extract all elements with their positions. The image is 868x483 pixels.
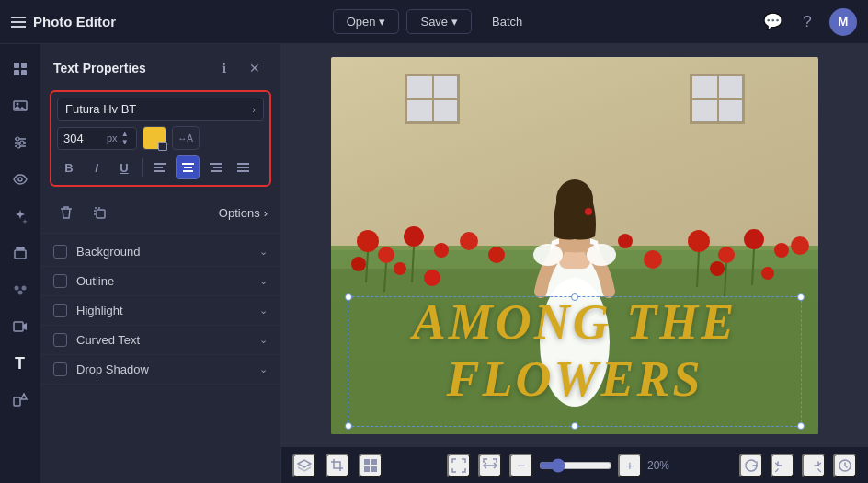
outline-label: Outline <box>76 274 250 288</box>
svg-rect-27 <box>210 163 222 165</box>
highlight-label: Highlight <box>76 304 250 317</box>
color-swatch[interactable] <box>143 126 166 150</box>
save-button[interactable]: Save ▾ <box>406 9 472 34</box>
svg-point-39 <box>434 243 449 258</box>
svg-point-5 <box>16 103 18 106</box>
svg-point-42 <box>394 262 406 275</box>
svg-point-46 <box>744 229 764 249</box>
sidebar-item-shapes[interactable] <box>5 385 36 416</box>
layers-panel-icon[interactable] <box>292 454 316 477</box>
svg-rect-1 <box>21 63 27 68</box>
accordion-background[interactable]: Background ⌄ <box>40 237 280 267</box>
bold-button[interactable]: B <box>57 155 81 179</box>
history-icon[interactable] <box>833 454 857 477</box>
sidebar-item-layers[interactable] <box>5 237 36 269</box>
drop-shadow-checkbox[interactable] <box>53 362 67 376</box>
bottom-bar: − + 20% <box>281 446 868 483</box>
svg-point-11 <box>17 144 20 148</box>
chat-icon[interactable]: 💬 <box>760 9 785 35</box>
svg-rect-69 <box>371 466 377 472</box>
close-icon[interactable]: ✕ <box>242 55 268 81</box>
align-center-button[interactable] <box>176 155 200 179</box>
outline-checkbox[interactable] <box>53 274 67 288</box>
properties-panel: Text Properties ℹ ✕ Futura Hv BT › px ▲ <box>40 44 281 483</box>
accordion-curved-text[interactable]: Curved Text ⌄ <box>40 326 280 355</box>
italic-button[interactable]: I <box>85 155 108 179</box>
topbar-center: Open ▾ Save ▾ Batch <box>333 9 536 34</box>
svg-rect-26 <box>183 170 193 172</box>
svg-rect-28 <box>213 167 222 168</box>
sidebar-item-grid[interactable] <box>5 53 36 85</box>
panel-header-icons: ℹ ✕ <box>211 55 268 81</box>
avatar[interactable]: M <box>829 8 857 36</box>
canvas-text[interactable]: AMONG THE FLOWERS <box>331 293 818 408</box>
chevron-down-icon: ⌄ <box>259 246 268 258</box>
svg-point-53 <box>618 234 633 248</box>
trash-icon[interactable] <box>53 200 79 225</box>
bottom-right <box>739 454 857 477</box>
redo-icon[interactable] <box>802 454 826 477</box>
accordion-drop-shadow[interactable]: Drop Shadow ⌄ <box>40 355 280 385</box>
sidebar-item-adjust[interactable] <box>5 127 36 158</box>
svg-rect-0 <box>14 63 19 68</box>
svg-point-41 <box>351 257 366 271</box>
svg-rect-32 <box>237 170 249 172</box>
svg-point-12 <box>18 178 22 181</box>
fit-width-icon[interactable] <box>478 454 502 477</box>
align-right-button[interactable] <box>203 155 227 179</box>
svg-point-47 <box>774 243 789 258</box>
sidebar-item-text[interactable]: T <box>5 348 36 379</box>
options-button[interactable]: Options › <box>219 206 268 220</box>
stepper-up[interactable]: ▲ <box>120 131 131 138</box>
menu-icon[interactable] <box>11 17 26 28</box>
svg-point-9 <box>16 137 19 141</box>
batch-button[interactable]: Batch <box>479 10 535 33</box>
accordion-outline[interactable]: Outline ⌄ <box>40 267 280 296</box>
underline-button[interactable]: U <box>112 155 136 179</box>
chevron-down-icon: ⌄ <box>259 305 268 316</box>
accordion-highlight[interactable]: Highlight ⌄ <box>40 296 280 326</box>
grid-view-icon[interactable] <box>359 454 383 477</box>
highlight-checkbox[interactable] <box>53 304 67 317</box>
font-size-input[interactable] <box>63 132 105 145</box>
font-selector[interactable]: Futura Hv BT › <box>57 98 264 121</box>
crop-icon[interactable] <box>326 454 349 477</box>
open-button[interactable]: Open ▾ <box>333 9 400 34</box>
svg-point-43 <box>424 270 440 286</box>
chevron-icon: › <box>264 206 268 220</box>
canvas-text-line2: FLOWERS <box>331 351 818 408</box>
stepper-down[interactable]: ▼ <box>120 139 131 146</box>
fit-screen-icon[interactable] <box>447 454 471 477</box>
chevron-down-icon: ⌄ <box>259 363 268 375</box>
help-icon[interactable]: ? <box>794 9 820 35</box>
refresh-icon[interactable] <box>739 454 763 477</box>
svg-point-52 <box>644 250 662 269</box>
letter-spacing-button[interactable]: ↔A <box>172 126 200 150</box>
chevron-down-icon: ⌄ <box>259 275 268 287</box>
zoom-slider[interactable] <box>539 458 612 473</box>
svg-point-36 <box>357 230 379 252</box>
undo-icon[interactable] <box>771 454 794 477</box>
zoom-in-icon[interactable]: + <box>618 454 642 477</box>
font-name: Futura Hv BT <box>65 102 252 116</box>
svg-rect-19 <box>14 397 20 406</box>
sidebar-item-eye[interactable] <box>5 164 36 195</box>
zoom-out-icon[interactable]: − <box>509 454 533 477</box>
svg-point-44 <box>688 230 710 252</box>
duplicate-icon[interactable] <box>86 200 112 225</box>
accordion-list: Background ⌄ Outline ⌄ Highlight ⌄ Curve… <box>40 234 280 483</box>
svg-point-15 <box>14 286 18 291</box>
align-left-button[interactable] <box>148 155 172 179</box>
curved-text-checkbox[interactable] <box>53 333 67 347</box>
info-icon[interactable]: ℹ <box>211 55 236 81</box>
sidebar-item-group[interactable] <box>5 274 36 305</box>
canvas-container[interactable]: AMONG THE FLOWERS <box>281 44 868 446</box>
background-checkbox[interactable] <box>53 245 67 259</box>
panel-header: Text Properties ℹ ✕ <box>40 44 280 90</box>
align-justify-button[interactable] <box>231 155 255 179</box>
svg-rect-25 <box>184 167 192 168</box>
sidebar-item-magic[interactable] <box>5 201 36 232</box>
sidebar-item-media[interactable] <box>5 311 36 342</box>
panel-toolbar: Options › <box>40 194 280 234</box>
sidebar-item-image[interactable] <box>5 90 36 121</box>
